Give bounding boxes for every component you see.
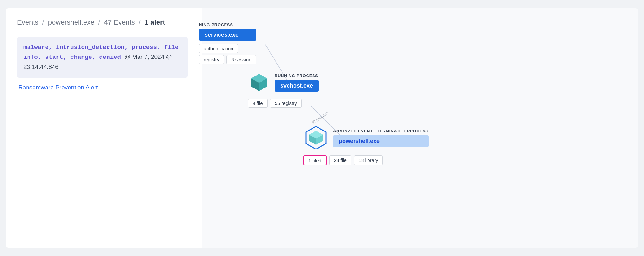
ransomware-alert-link[interactable]: Ransomware Prevention Alert (17, 84, 98, 91)
breadcrumb-events: Events (17, 18, 38, 26)
powershell-tag-alert[interactable]: 1 alert (303, 155, 327, 165)
services-header: NING PROCESS (199, 22, 233, 27)
main-container: Events / powershell.exe / 47 Events / 1 … (6, 8, 638, 248)
breadcrumb-sep3: / (139, 18, 141, 26)
services-tags: authentication (199, 44, 256, 53)
svchost-icon (248, 71, 270, 94)
powershell-label[interactable]: powershell.exe (333, 135, 429, 147)
minutes-label: 40 minutes (310, 110, 329, 126)
breadcrumb-process: powershell.exe (48, 18, 95, 26)
svchost-tag-registry[interactable]: 55 registry (270, 99, 302, 108)
powershell-tag-file[interactable]: 28 file (329, 155, 351, 165)
svchost-tags: 4 file 55 registry (248, 99, 302, 108)
breadcrumb-sep2: / (98, 18, 100, 26)
breadcrumb-events-count: 47 Events (104, 18, 135, 26)
services-tags-2: registry 6 session (199, 55, 256, 64)
breadcrumb-sep1: / (42, 18, 44, 26)
tags-keywords: malware, intrusion_detection, process, f… (23, 43, 181, 72)
right-panel: 40 minutes NING PROCESS services.exe aut… (202, 8, 638, 248)
services-tag-auth[interactable]: authentication (199, 44, 238, 53)
services-tag-session[interactable]: 6 session (226, 55, 256, 64)
powershell-tags: 1 alert 28 file 18 library (303, 155, 383, 165)
breadcrumb: Events / powershell.exe / 47 Events / 1 … (17, 18, 188, 27)
node-services: NING PROCESS services.exe authentication… (199, 22, 256, 64)
services-label[interactable]: services.exe (199, 29, 256, 41)
powershell-info: ANALYZED EVENT · TERMINATED PROCESS powe… (333, 129, 429, 147)
left-panel: Events / powershell.exe / 47 Events / 1 … (6, 8, 199, 248)
services-tag-registry[interactable]: registry (199, 55, 224, 64)
breadcrumb-alert: 1 alert (145, 18, 165, 26)
svchost-info: RUNNING PROCESS svchost.exe (275, 73, 319, 92)
svchost-header: RUNNING PROCESS (275, 73, 319, 78)
powershell-header: ANALYZED EVENT · TERMINATED PROCESS (333, 129, 429, 133)
svchost-label[interactable]: svchost.exe (275, 80, 319, 92)
powershell-tag-library[interactable]: 18 library (354, 155, 383, 165)
powershell-hex-border (303, 125, 329, 150)
svchost-tag-file[interactable]: 4 file (248, 99, 268, 108)
tags-block: malware, intrusion_detection, process, f… (17, 37, 188, 78)
node-powershell: ANALYZED EVENT · TERMINATED PROCESS powe… (303, 125, 429, 165)
node-svchost: RUNNING PROCESS svchost.exe 4 file 55 re… (248, 71, 319, 108)
